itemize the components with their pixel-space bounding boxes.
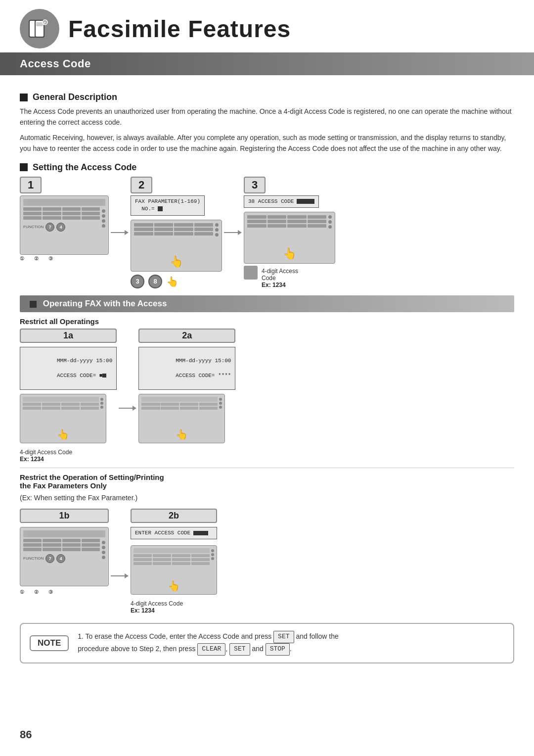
step-1a-display: MMM-dd-yyyy 15:00 ACCESS CODE= ■ [20, 347, 117, 390]
step-3-caption: 4-digit Access Code Ex: 1234 [244, 266, 298, 288]
page-title: Facsimile Features [68, 15, 291, 43]
setting-heading: Setting the Access Code [20, 162, 514, 173]
setting-heading-icon [20, 163, 28, 171]
step-2a-badge: 2a [138, 329, 235, 343]
restrict-setting-section: Restrict the Operation of Setting/Printi… [20, 473, 514, 504]
step-1-badge: 1 [20, 177, 42, 193]
note-box: NOTE 1. To erase the Access Code, enter … [20, 623, 514, 663]
step-3-col: 3 38 ACCESS CODE [244, 177, 335, 288]
set-button-1[interactable]: SET [273, 631, 294, 643]
step-2a-col: 2a MMM-dd-yyyy 15:00 ACCESS CODE= **** [138, 329, 235, 443]
step-2-col: 2 FAX PARAMETER(1-169) NO.= [131, 177, 222, 288]
page-header: P Facsimile Features [0, 0, 534, 48]
arrow-1-2 [111, 228, 129, 237]
step-2a-display: MMM-dd-yyyy 15:00 ACCESS CODE= **** [138, 347, 235, 390]
section-bar: Access Code [0, 52, 534, 75]
header-icon: P [20, 9, 59, 48]
step-2a-illustration: 👆 [138, 394, 225, 443]
general-description-heading: General Description [20, 92, 514, 102]
step-1b-labels: ① ② ③ [20, 589, 109, 595]
step-2b-badge: 2b [131, 509, 217, 523]
svg-marker-6 [125, 230, 129, 235]
clear-button[interactable]: CLEAR [197, 643, 225, 656]
svg-text:P: P [44, 21, 46, 25]
page-number: 86 [20, 728, 32, 741]
svg-marker-10 [133, 406, 136, 411]
stop-button[interactable]: STOP [266, 643, 290, 656]
step-2b-display: ENTER ACCESS CODE [131, 527, 217, 539]
step-3-illustration: 👆 [244, 212, 335, 264]
step-3-badge: 3 [244, 177, 266, 193]
step-2-buttons: 3 8 👆 [131, 275, 178, 288]
setting-steps-row: 1 [20, 177, 514, 288]
step-1b-badge: 1b [20, 509, 109, 523]
step-1b-col: 1b [20, 509, 109, 595]
restrict-setting-heading: Restrict the Operation of Setting/Printi… [20, 473, 514, 490]
restrict-all-heading: Restrict all Operatings [20, 317, 514, 326]
desc-para-1: The Access Code prevents an unauthorized… [20, 106, 514, 128]
set-button-2[interactable]: SET [229, 643, 250, 656]
step-3-display: 38 ACCESS CODE [244, 195, 319, 208]
step-1-illustration: FUNCTION 7 4 [20, 195, 109, 255]
step-1-labels: ① ② ③ [20, 256, 53, 261]
note-text: 1. To erase the Access Code, enter the A… [78, 631, 339, 656]
step-1a-caption: 4-digit Access Code Ex: 1234 [20, 447, 117, 463]
svg-rect-2 [36, 22, 43, 26]
arrow-1a-2a [119, 403, 136, 413]
op-steps-1b-2b: 1b [20, 509, 514, 614]
step-2-illustration: 👆 [131, 220, 222, 272]
op-steps-1a-2a: 1a MMM-dd-yyyy 15:00 ACCESS CODE= ■ [20, 329, 514, 463]
step-2b-illustration: 👆 [131, 545, 217, 595]
step-2b-col: 2b ENTER ACCESS CODE [131, 509, 217, 614]
note-label: NOTE [30, 635, 69, 651]
heading-icon [20, 94, 28, 101]
step-1a-col: 1a MMM-dd-yyyy 15:00 ACCESS CODE= ■ [20, 329, 117, 463]
step-2-badge: 2 [131, 177, 152, 193]
desc-para-2: Automatic Receiving, however, is always … [20, 133, 514, 154]
step-2b-caption: 4-digit Access Code Ex: 1234 [131, 598, 217, 614]
svg-marker-8 [238, 230, 242, 235]
step-1b-illustration: FUNCTION 7 4 [20, 527, 109, 586]
svg-marker-12 [125, 573, 129, 578]
step-1-col: 1 [20, 177, 109, 261]
operating-section-bar: Operating FAX with the Access [20, 295, 514, 312]
step-2-display: FAX PARAMETER(1-169) NO.= [131, 195, 205, 216]
step-1a-illustration: 👆 [20, 394, 106, 443]
arrow-1b-2b [111, 571, 129, 581]
step-1a-badge: 1a [20, 329, 117, 343]
arrow-2-3 [224, 228, 242, 237]
restrict-setting-note: (Ex: When setting the Fax Parameter.) [20, 493, 514, 504]
